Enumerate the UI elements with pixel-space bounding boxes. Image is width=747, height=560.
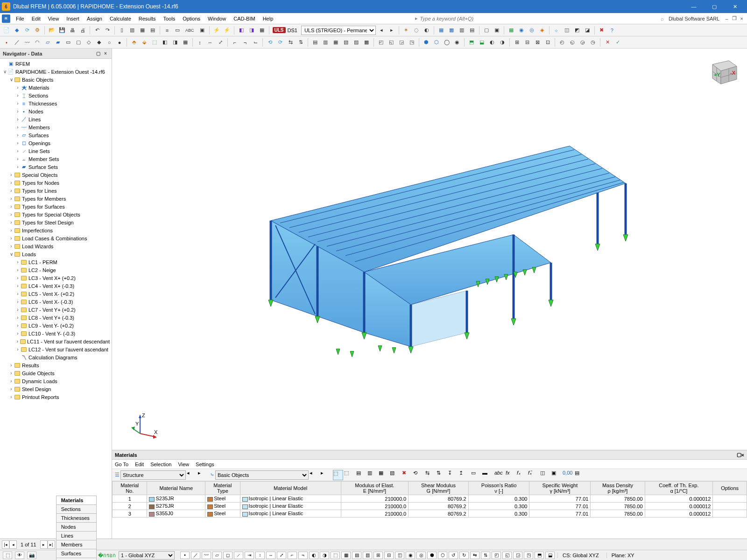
combo-next-icon[interactable]: ▸ (387, 26, 396, 35)
tab-last-icon[interactable]: ▸| (48, 540, 55, 549)
status-tool-0-icon[interactable]: • (180, 552, 190, 559)
status-tool-12-icon[interactable]: ◐ (309, 552, 318, 559)
tree-bo-thicknesses[interactable]: ›≡Thicknesses (0, 99, 112, 107)
t2-l-icon[interactable]: ▦ (181, 38, 190, 47)
status-tool-31-icon[interactable]: ◲ (513, 552, 522, 559)
materials-grid[interactable]: MaterialNo.Material NameMaterialTypeMate… (112, 481, 747, 539)
save-all-icon[interactable]: 🖶 (68, 26, 77, 35)
tree-load-cases-combinations[interactable]: ›Load Cases & Combinations (0, 234, 112, 242)
print-icon[interactable]: 🖨 (78, 26, 87, 35)
tree-bo-surface-sets[interactable]: ›▰Surface Sets (0, 163, 112, 171)
pt-f-icon[interactable]: ▧ (390, 470, 400, 480)
view-cube[interactable]: +Y -X (703, 55, 740, 88)
pt-c-icon[interactable]: ▤ (356, 470, 366, 480)
structure-combo[interactable]: Structure (120, 470, 186, 480)
t2-as-icon[interactable]: ◴ (557, 38, 567, 47)
undo-icon[interactable]: ↶ (92, 26, 102, 35)
t2-u-icon[interactable]: ⇆ (286, 38, 295, 47)
tb-x2-icon[interactable]: ◌ (412, 26, 421, 35)
t2-g-icon[interactable]: ⬘ (129, 38, 139, 47)
tb-x6-icon[interactable]: ▥ (457, 26, 466, 35)
tree-model[interactable]: ∨📄RAPIDHOME - Extension Ouest -14.rf6 (0, 68, 112, 76)
t2-ab-icon[interactable]: ▩ (362, 38, 371, 47)
load-combo[interactable]: ULS (STR/GEO) - Permane... (301, 26, 376, 35)
t2-ap-icon[interactable]: ⊟ (522, 38, 532, 47)
pt-fx3-icon[interactable]: fₓ̄ (528, 470, 538, 480)
tab-sections[interactable]: Sections (56, 504, 97, 513)
t2-ar-icon[interactable]: ⊡ (543, 38, 552, 47)
status-tool-16-icon[interactable]: ▤ (352, 552, 361, 559)
view-mode-1-icon[interactable]: ▯ (117, 26, 127, 35)
tree-bo-openings[interactable]: ›◻Openings (0, 139, 112, 147)
t2-c-icon[interactable]: ◇ (84, 38, 93, 47)
tree-types-for-members[interactable]: ›Types for Members (0, 195, 112, 203)
results-icon[interactable]: ◧ (237, 26, 246, 35)
t2-w-icon[interactable]: ▤ (310, 38, 320, 47)
status-tool-17-icon[interactable]: ▥ (363, 552, 372, 559)
t2-node-icon[interactable]: • (2, 38, 11, 47)
tb-x3-icon[interactable]: ◐ (422, 26, 431, 35)
maximize-button[interactable]: ▢ (704, 0, 725, 13)
navigator-float-icon[interactable]: ▢ (95, 50, 101, 57)
tb-x9-icon[interactable]: ▣ (492, 26, 501, 35)
tb-x8-icon[interactable]: ▢ (482, 26, 491, 35)
t2-h-icon[interactable]: ⬙ (140, 38, 149, 47)
t2-aj-icon[interactable]: ◉ (452, 38, 462, 47)
status-tool-27-icon[interactable]: ⇆ (470, 552, 479, 559)
t2-ao-icon[interactable]: ⊞ (512, 38, 521, 47)
panel-menu-settings[interactable]: Settings (196, 462, 214, 467)
t2-b-icon[interactable]: ▢ (74, 38, 83, 47)
tree-bo-materials[interactable]: ›🟊Materials (0, 84, 112, 91)
status-tool-30-icon[interactable]: ◱ (502, 552, 512, 559)
status-tool-26-icon[interactable]: ↻ (459, 552, 469, 559)
panel-float-icon[interactable]: ▢ (737, 452, 741, 458)
struct-prev-icon[interactable]: ◂ (187, 470, 197, 480)
bo-prev-icon[interactable]: ◂ (310, 470, 320, 480)
view-3d[interactable]: Z X Y +Y -X (112, 49, 747, 450)
status-tool-11-icon[interactable]: ¬ (298, 552, 308, 559)
status-tool-3-icon[interactable]: ▱ (212, 552, 222, 559)
t2-member-icon[interactable]: 〰 (22, 38, 32, 47)
status-tool-25-icon[interactable]: ↺ (449, 552, 458, 559)
t2-arc-icon[interactable]: ◠ (33, 38, 42, 47)
menu-calculate[interactable]: Calculate (106, 14, 135, 23)
t2-v-icon[interactable]: ⇅ (296, 38, 305, 47)
navigator-close-icon[interactable]: × (102, 50, 109, 57)
t2-q-icon[interactable]: ¬ (240, 38, 250, 47)
tree-lc11[interactable]: ›LC11 - Vent sur l'auvent descendant (0, 337, 112, 345)
t2-ai-icon[interactable]: ◯ (442, 38, 451, 47)
status-tool-32-icon[interactable]: ◳ (524, 552, 533, 559)
tb-x7-icon[interactable]: ▤ (467, 26, 477, 35)
tool-b-icon[interactable]: ▭ (173, 26, 182, 35)
tree-types-for-surfaces[interactable]: ›Types for Surfaces (0, 203, 112, 210)
pt-o-icon[interactable]: ◫ (540, 470, 550, 480)
status-tool-28-icon[interactable]: ⇅ (481, 552, 490, 559)
tree-lc2[interactable]: ›LC2 - Neige (0, 266, 112, 274)
pt-j-icon[interactable]: ⇅ (437, 470, 447, 480)
tree-lc6[interactable]: ›LC6 - Vent X- (-0.3) (0, 298, 112, 306)
pt-k-icon[interactable]: ↧ (448, 470, 458, 480)
open-icon[interactable]: 📂 (47, 26, 56, 35)
status-tool-4-icon[interactable]: ◻ (223, 552, 233, 559)
tree-bo-sections[interactable]: ›⌶Sections (0, 91, 112, 99)
t2-at-icon[interactable]: ◵ (568, 38, 577, 47)
t2-ac-icon[interactable]: ◰ (376, 38, 386, 47)
menu-help[interactable]: Help (259, 14, 277, 23)
t2-ae-icon[interactable]: ◲ (397, 38, 406, 47)
tab-materials[interactable]: Materials (56, 496, 97, 504)
new-block-icon[interactable]: ◆ (12, 26, 21, 35)
combo-prev-icon[interactable]: ◂ (377, 26, 386, 35)
tree-lc12[interactable]: ›LC12 - Vent sur l'auvent ascendant (0, 345, 112, 353)
tab-first-icon[interactable]: |◂ (2, 540, 9, 549)
t2-au-icon[interactable]: ◶ (578, 38, 587, 47)
view-mode-4-icon[interactable]: ▤ (148, 26, 157, 35)
tree-lc10[interactable]: ›LC10 - Vent Y- (-0.3) (0, 329, 112, 337)
table-row[interactable]: 1S235JRSteelIsotropic | Linear Elastic21… (113, 495, 747, 503)
results3-icon[interactable]: ▦ (257, 26, 267, 35)
status-tool-1-icon[interactable]: ／ (191, 552, 200, 559)
tb-x11-icon[interactable]: ◉ (517, 26, 526, 35)
search-glyph-icon[interactable]: ⌕ (661, 16, 664, 21)
tree-imperfections[interactable]: ›Imperfections (0, 226, 112, 234)
tab-next-icon[interactable]: ▸ (40, 540, 48, 549)
sb-pick-icon[interactable]: ⬚ (3, 552, 12, 559)
